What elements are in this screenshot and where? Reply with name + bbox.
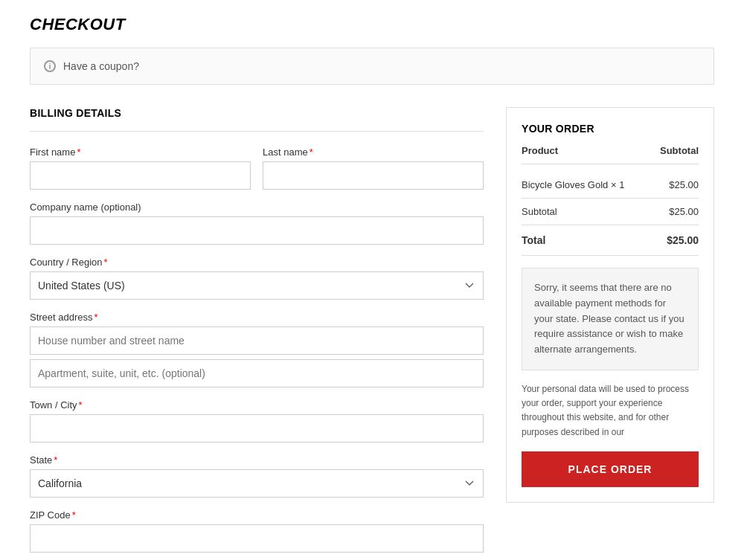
- first-name-label: First name*: [30, 147, 251, 158]
- company-name-input[interactable]: [30, 216, 484, 245]
- order-subtotal-label: Subtotal: [522, 206, 557, 217]
- first-name-input[interactable]: [30, 161, 251, 190]
- street-address-input-2[interactable]: [30, 359, 484, 387]
- order-section: YOUR ORDER Product Subtotal Bicycle Glov…: [506, 107, 714, 503]
- street-address-group: Street address*: [30, 312, 484, 387]
- town-required: *: [79, 399, 83, 411]
- product-col-header: Product: [522, 145, 558, 156]
- zip-required: *: [72, 509, 76, 521]
- company-name-label: Company name (optional): [30, 202, 484, 213]
- first-name-group: First name*: [30, 147, 251, 190]
- subtotal-col-header: Subtotal: [660, 145, 699, 156]
- payment-notice: Sorry, it seems that there are no availa…: [522, 268, 699, 370]
- last-name-input[interactable]: [263, 161, 484, 190]
- coupon-bar[interactable]: i Have a coupon?: [30, 48, 714, 85]
- state-label: State*: [30, 454, 484, 466]
- street-required: *: [94, 312, 98, 323]
- zip-code-input[interactable]: [30, 524, 484, 553]
- country-select[interactable]: United States (US): [30, 271, 484, 300]
- coupon-icon: i: [44, 60, 56, 72]
- zip-code-group: ZIP Code*: [30, 509, 484, 553]
- order-item-row: Bicycle Gloves Gold × 1 $25.00: [522, 172, 699, 199]
- last-name-required: *: [310, 147, 313, 158]
- zip-code-label: ZIP Code*: [30, 509, 484, 521]
- order-total-row: Total $25.00: [522, 225, 699, 256]
- town-city-label: Town / City*: [30, 399, 484, 411]
- page-wrapper: CHECKOUT i Have a coupon? BILLING DETAIL…: [0, 0, 744, 560]
- order-total-label: Total: [522, 234, 545, 246]
- page-title: CHECKOUT: [30, 15, 714, 34]
- order-header: Product Subtotal: [522, 145, 699, 164]
- state-select[interactable]: California: [30, 469, 484, 498]
- country-label: Country / Region*: [30, 257, 484, 268]
- order-subtotal-value: $25.00: [669, 206, 699, 217]
- town-city-input[interactable]: [30, 414, 484, 442]
- last-name-label: Last name*: [263, 147, 484, 158]
- state-group: State* California: [30, 454, 484, 498]
- company-name-group: Company name (optional): [30, 202, 484, 245]
- street-address-input-1[interactable]: [30, 326, 484, 355]
- place-order-button[interactable]: PLACE ORDER: [522, 451, 699, 487]
- order-total-value: $25.00: [667, 234, 699, 246]
- country-group: Country / Region* United States (US): [30, 257, 484, 300]
- street-address-label: Street address*: [30, 312, 484, 323]
- order-item-price: $25.00: [669, 179, 699, 190]
- order-subtotal-row: Subtotal $25.00: [522, 199, 699, 225]
- billing-divider: [30, 131, 484, 132]
- coupon-text: Have a coupon?: [63, 60, 139, 72]
- country-required: *: [104, 257, 108, 268]
- first-name-required: *: [77, 147, 80, 158]
- billing-section: BILLING DETAILS First name* Last name*: [30, 107, 484, 560]
- main-layout: BILLING DETAILS First name* Last name*: [30, 107, 714, 560]
- order-item-name: Bicycle Gloves Gold × 1: [522, 179, 624, 190]
- last-name-group: Last name*: [263, 147, 484, 190]
- privacy-text: Your personal data will be used to proce…: [522, 382, 699, 440]
- name-row: First name* Last name*: [30, 147, 484, 190]
- state-required: *: [54, 454, 57, 466]
- town-city-group: Town / City*: [30, 399, 484, 442]
- order-title: YOUR ORDER: [522, 123, 699, 135]
- billing-title: BILLING DETAILS: [30, 107, 484, 119]
